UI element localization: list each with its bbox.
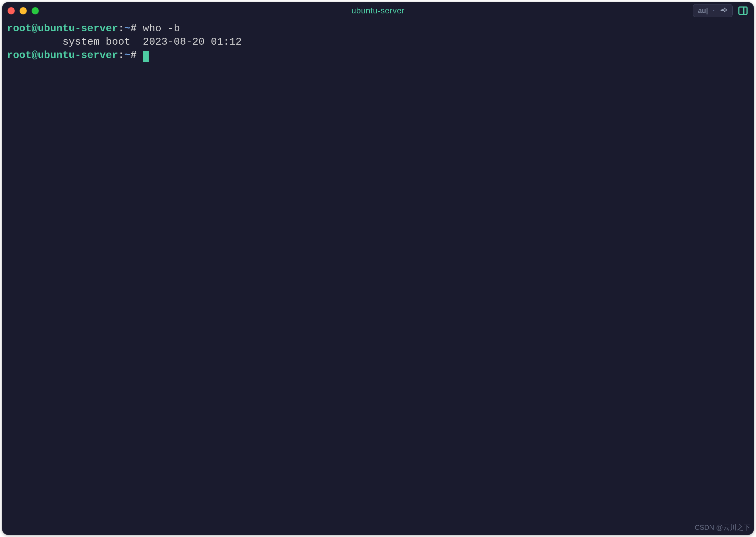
titlebar: ubuntu-server au| • xyxy=(2,2,754,19)
terminal-line: root@ubuntu-server:~# who -b xyxy=(7,22,749,35)
cursor-icon xyxy=(143,51,149,62)
prompt-colon: : xyxy=(118,23,124,34)
output-text: system boot 2023-08-20 01:12 xyxy=(7,36,242,48)
separator-dot-icon: • xyxy=(713,8,714,13)
prompt-hash: # xyxy=(130,49,137,61)
panel-toggle-icon[interactable] xyxy=(737,5,748,16)
titlebar-right: au| • xyxy=(693,4,748,17)
traffic-lights xyxy=(8,7,39,14)
command-text xyxy=(137,49,143,61)
prompt-hash: # xyxy=(130,23,137,34)
window-title: ubuntu-server xyxy=(352,6,405,15)
terminal-body[interactable]: root@ubuntu-server:~# who -b system boot… xyxy=(2,19,754,65)
minimize-button[interactable] xyxy=(20,7,27,14)
watermark: CSDN @云川之下 xyxy=(695,523,751,532)
profile-badge[interactable]: au| xyxy=(698,7,708,15)
terminal-window: ubuntu-server au| • root@ubuntu-server:~… xyxy=(2,2,754,535)
prompt-path: ~ xyxy=(124,23,130,34)
maximize-button[interactable] xyxy=(32,7,39,14)
terminal-line: system boot 2023-08-20 01:12 xyxy=(7,35,749,49)
prompt-path: ~ xyxy=(124,49,130,61)
prompt-user-host: root@ubuntu-server xyxy=(7,23,118,34)
terminal-line: root@ubuntu-server:~# xyxy=(7,49,749,62)
prompt-colon: : xyxy=(118,49,124,61)
prompt-user-host: root@ubuntu-server xyxy=(7,49,118,61)
svg-rect-0 xyxy=(739,7,747,14)
titlebar-controls-pill: au| • xyxy=(693,4,733,17)
command-text: who -b xyxy=(137,23,180,34)
close-button[interactable] xyxy=(8,7,15,14)
share-icon[interactable] xyxy=(719,7,728,15)
